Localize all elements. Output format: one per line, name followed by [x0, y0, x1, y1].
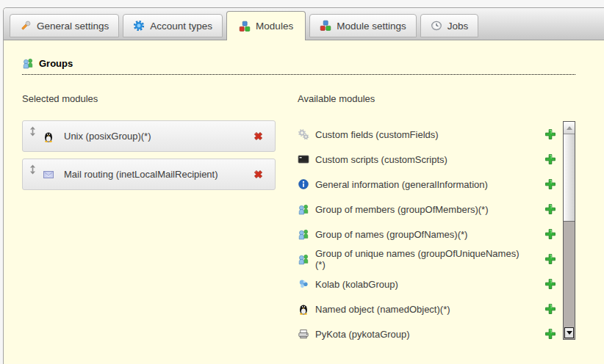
- modules-icon: [320, 20, 331, 32]
- group-icon: [22, 57, 34, 69]
- available-module-row: Group of members (groupOfMembers)(*): [298, 197, 556, 222]
- available-module-label: PyKota (pykotaGroup): [315, 329, 410, 340]
- tab-bar: General settings Account types Modules M…: [4, 8, 604, 40]
- kolab-icon: [298, 278, 309, 290]
- add-module-button[interactable]: [544, 303, 556, 315]
- add-module-button[interactable]: [544, 253, 556, 265]
- settings-window: General settings Account types Modules M…: [3, 7, 604, 364]
- tab-label: Module settings: [337, 21, 406, 32]
- available-module-row: Group of unique names (groupOfUniqueName…: [298, 247, 556, 272]
- group-icon: [298, 203, 309, 215]
- tab-label: Modules: [256, 21, 293, 32]
- modules-panel: Groups Selected modules Available module…: [4, 40, 604, 364]
- available-module-row: Group of names (groupOfNames)(*): [298, 222, 556, 247]
- tab-module-settings[interactable]: Module settings: [309, 14, 417, 37]
- selected-module-label: Mail routing (inetLocalMailRecipient): [64, 169, 218, 180]
- available-module-row: Kolab (kolabGroup): [298, 272, 556, 296]
- info-icon: [298, 178, 309, 190]
- selected-module-row-unix[interactable]: Unix (posixGroup)(*): [22, 120, 276, 152]
- add-module-button[interactable]: [544, 128, 556, 140]
- available-module-label: Group of names (groupOfNames)(*): [315, 229, 467, 240]
- section-title: Groups: [39, 58, 73, 69]
- available-module-row: General information (generalInformation): [298, 172, 556, 197]
- add-module-button[interactable]: [544, 203, 556, 215]
- tab-modules[interactable]: Modules: [226, 11, 306, 40]
- updown-arrow-icon[interactable]: [29, 126, 36, 136]
- tab-label: General settings: [37, 21, 109, 32]
- groups-section-heading: Groups: [22, 57, 575, 75]
- gears-icon: [298, 128, 309, 140]
- terminal-icon: [298, 153, 309, 165]
- modules-icon: [239, 21, 251, 32]
- tab-account-types[interactable]: Account types: [123, 14, 223, 37]
- group-icon: [298, 253, 309, 265]
- selected-module-row-mail-routing[interactable]: Mail routing (inetLocalMailRecipient): [22, 159, 276, 190]
- tux-icon: [298, 303, 309, 315]
- selected-module-label: Unix (posixGroup)(*): [64, 131, 151, 142]
- remove-module-button[interactable]: [252, 168, 265, 181]
- available-module-label: Group of unique names (groupOfUniqueName…: [315, 248, 519, 270]
- wrench-icon: [20, 20, 32, 32]
- add-module-button[interactable]: [544, 178, 556, 190]
- add-module-button[interactable]: [544, 328, 556, 340]
- group-icon: [298, 228, 309, 240]
- tab-jobs[interactable]: Jobs: [420, 14, 479, 37]
- available-module-row: Named object (namedObject)(*): [298, 296, 556, 321]
- available-module-label: General information (generalInformation): [315, 179, 488, 190]
- available-module-row: Custom scripts (customScripts): [298, 147, 556, 172]
- available-module-label: Group of members (groupOfMembers)(*): [315, 204, 489, 215]
- selected-modules-list: Unix (posixGroup)(*) Mail routing (inetL…: [22, 120, 276, 190]
- available-module-row: Custom fields (customFields): [298, 122, 556, 147]
- scroll-down-arrow-icon[interactable]: [564, 327, 574, 338]
- tab-label: Jobs: [447, 21, 469, 32]
- printer-icon: [298, 328, 309, 340]
- tab-general-settings[interactable]: General settings: [10, 14, 119, 37]
- available-modules-list: Custom fields (customFields) Custom scri…: [298, 122, 556, 346]
- gear-icon: [133, 20, 145, 32]
- tab-label: Account types: [150, 21, 212, 32]
- selected-modules-label: Selected modules: [22, 93, 98, 104]
- available-module-label: Custom scripts (customScripts): [315, 154, 447, 165]
- scroll-up-arrow-icon[interactable]: [564, 122, 575, 134]
- add-module-button[interactable]: [544, 153, 556, 165]
- available-module-label: Kolab (kolabGroup): [315, 279, 398, 290]
- available-module-label: Custom fields (customFields): [315, 129, 439, 140]
- add-module-button[interactable]: [544, 278, 556, 290]
- add-module-button[interactable]: [544, 228, 556, 240]
- available-modules-scrollbar[interactable]: [563, 121, 575, 340]
- scrollbar-thumb[interactable]: [564, 134, 575, 222]
- mail-icon: [43, 169, 54, 181]
- remove-module-button[interactable]: [252, 130, 265, 142]
- tux-icon: [43, 131, 54, 142]
- clock-icon: [431, 20, 442, 32]
- available-module-label: Named object (namedObject)(*): [315, 304, 450, 315]
- updown-arrow-icon[interactable]: [29, 164, 36, 175]
- available-module-row: PyKota (pykotaGroup): [298, 321, 556, 346]
- available-modules-label: Available modules: [298, 93, 375, 104]
